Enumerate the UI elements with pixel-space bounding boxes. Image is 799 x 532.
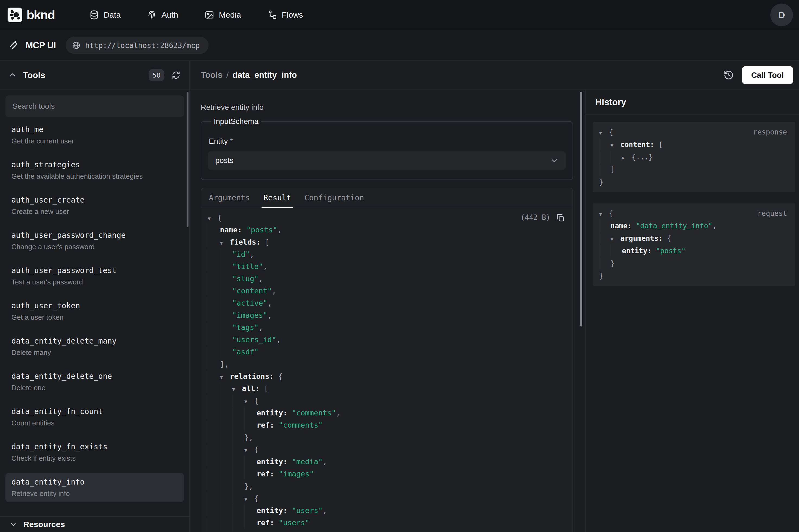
main-header: Tools / data_entity_info Call Tool — [190, 61, 799, 90]
search-input[interactable] — [13, 102, 177, 111]
collapse-arrow-icon[interactable]: ▼ — [220, 371, 230, 383]
chevron-up-icon[interactable] — [8, 71, 17, 79]
json-string: "images" — [279, 470, 314, 478]
copy-icon[interactable] — [556, 213, 565, 222]
mcp-icon — [8, 39, 20, 52]
json-punctuation: , — [267, 299, 272, 307]
tool-list-item[interactable]: data_entity_delete_oneDelete one — [5, 367, 184, 396]
tool-list-item[interactable]: auth_user_password_testTest a user's pas… — [5, 261, 184, 291]
avatar[interactable]: D — [770, 3, 793, 26]
entity-select-value: posts — [215, 156, 233, 165]
collapse-arrow-icon[interactable]: ▼ — [244, 395, 254, 407]
refresh-icon[interactable] — [171, 71, 180, 80]
collapse-arrow-icon[interactable]: ▼ — [610, 139, 620, 152]
nav-item-flows[interactable]: Flows — [267, 10, 303, 20]
json-line: "id", — [208, 248, 566, 260]
indent-guide — [220, 407, 232, 419]
history-request-card[interactable]: ▼{requestname: "data_entity_info",▼argum… — [593, 203, 795, 286]
indent-guide — [232, 492, 244, 504]
search-box — [5, 95, 184, 117]
json-punctuation: } — [599, 178, 604, 186]
tab-result[interactable]: Result — [264, 188, 291, 208]
tool-list-item[interactable]: data_entity_fn_countCount entities — [5, 402, 184, 432]
collapse-arrow-icon[interactable]: ▼ — [208, 212, 217, 225]
indent-guide — [220, 382, 232, 395]
collapse-arrow-icon[interactable]: ▼ — [220, 237, 230, 249]
collapse-arrow-icon[interactable]: ▼ — [244, 493, 254, 505]
indent-guide — [599, 151, 610, 163]
indent-guide — [232, 407, 244, 419]
entity-select[interactable]: posts — [208, 151, 566, 170]
indent-guide — [220, 529, 232, 532]
json-line: "active", — [208, 297, 566, 309]
indent-guide — [244, 504, 256, 516]
collapse-arrow-icon[interactable]: ▼ — [232, 383, 242, 395]
indent-guide — [232, 480, 244, 492]
brand[interactable]: bknd — [7, 7, 55, 22]
mcp-url-pill[interactable]: http://localhost:28623/mcp — [65, 37, 209, 54]
nav-item-auth[interactable]: Auth — [147, 10, 178, 20]
tool-list-item[interactable]: auth_meGet the current user — [5, 120, 184, 150]
top-nav-items: DataAuthMediaFlows — [89, 10, 303, 20]
nav-item-label: Data — [103, 10, 121, 20]
input-schema-legend: InputSchema — [211, 117, 261, 126]
breadcrumb-current: data_entity_info — [232, 70, 297, 80]
response-json-tree: ▼{response▼content: [▶{...}]} — [599, 126, 789, 188]
content-scrollbar[interactable] — [580, 92, 582, 326]
sidebar-scrollbar[interactable] — [187, 92, 189, 227]
indent-guide — [208, 297, 220, 309]
tool-name: data_entity_delete_many — [12, 336, 178, 346]
tool-list-item[interactable]: auth_strategiesGet the available authent… — [5, 156, 184, 185]
resources-section-header[interactable]: Resources — [0, 516, 189, 532]
json-line: ▼content: [ — [599, 138, 789, 151]
expand-arrow-icon[interactable]: ▶ — [622, 152, 632, 164]
nav-item-label: Auth — [161, 10, 178, 20]
breadcrumb-parent[interactable]: Tools — [201, 70, 222, 80]
json-line: }, — [208, 480, 566, 492]
json-punctuation: , — [323, 457, 327, 466]
json-line: "content", — [208, 285, 566, 297]
json-punctuation: , — [712, 222, 717, 230]
tools-header-label: Tools — [23, 70, 45, 80]
json-string: "posts" — [247, 226, 278, 234]
tab-arguments[interactable]: Arguments — [209, 188, 250, 208]
nav-item-data[interactable]: Data — [89, 10, 121, 20]
call-tool-button[interactable]: Call Tool — [742, 66, 793, 84]
tool-list-item[interactable]: data_entity_fn_existsCheck if entity exi… — [5, 438, 184, 467]
nav-item-label: Flows — [282, 10, 303, 20]
history-icon[interactable] — [723, 70, 735, 81]
collapse-arrow-icon[interactable]: ▼ — [599, 127, 609, 139]
json-line: ▼all: [ — [208, 382, 566, 395]
nav-item-media[interactable]: Media — [204, 10, 241, 20]
tool-list-item[interactable]: auth_user_tokenGet a user token — [5, 297, 184, 326]
json-punctuation: , — [336, 408, 340, 417]
json-punctuation: , — [272, 287, 276, 295]
json-punctuation: { — [254, 396, 259, 405]
json-string: "comments" — [292, 408, 336, 417]
tab-configuration[interactable]: Configuration — [305, 188, 364, 208]
tool-name: data_entity_info — [12, 477, 178, 487]
history-response-card[interactable]: ▼{response▼content: [▶{...}]} — [593, 122, 795, 192]
indent-guide — [220, 260, 232, 272]
indent-guide — [220, 480, 232, 492]
top-nav: bknd DataAuthMediaFlows D — [0, 0, 799, 31]
collapse-arrow-icon[interactable]: ▼ — [599, 208, 609, 221]
tool-list-item[interactable]: data_entity_delete_manyDelete many — [5, 332, 184, 361]
tool-list-item[interactable]: auth_user_createCreate a new user — [5, 191, 184, 220]
indent-guide — [599, 220, 610, 232]
json-punctuation: { — [254, 445, 259, 454]
collapse-arrow-icon[interactable]: ▼ — [610, 233, 620, 245]
indent-guide — [208, 236, 220, 248]
required-mark: * — [230, 137, 233, 145]
tool-list-item[interactable]: data_entity_infoRetrieve entity info — [5, 473, 184, 502]
indent-guide — [208, 443, 220, 456]
tool-name: auth_strategies — [12, 160, 178, 170]
json-punctuation: }, — [244, 482, 253, 490]
json-string: "tags" — [232, 323, 259, 331]
json-key: ref: — [256, 518, 279, 527]
json-string: "media" — [292, 457, 323, 466]
json-line: "slug", — [208, 272, 566, 285]
tool-list-item[interactable]: auth_user_password_changeChange a user's… — [5, 226, 184, 255]
collapse-arrow-icon[interactable]: ▼ — [244, 444, 254, 456]
indent-guide — [599, 138, 610, 151]
